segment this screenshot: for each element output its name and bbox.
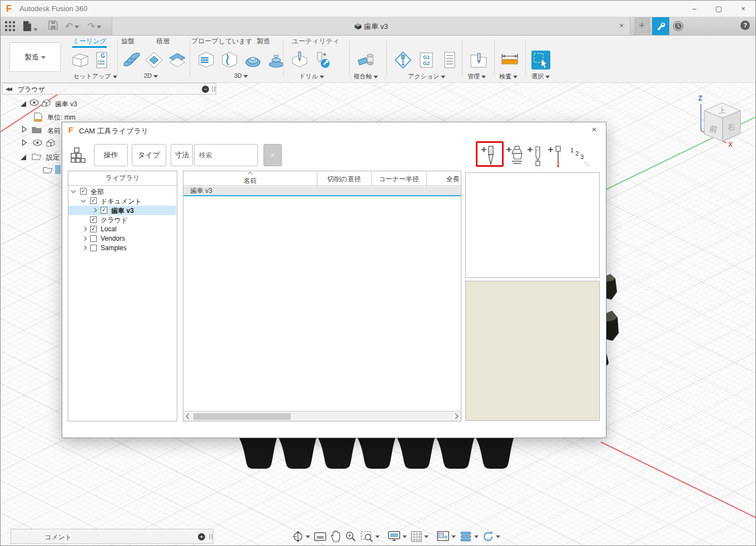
file-menu-button[interactable] (23, 21, 38, 33)
chevron-right-icon[interactable] (92, 208, 97, 212)
group-label-actions[interactable]: アクション (408, 72, 445, 81)
look-at-button[interactable] (314, 531, 327, 542)
job-status-button[interactable] (652, 17, 669, 35)
tree-item-documents[interactable]: ✓ ドキュメント (68, 196, 176, 206)
chevron-down-icon[interactable] (81, 198, 86, 202)
browser-item-named-views[interactable]: 名前 (1, 125, 61, 136)
browser-item-label[interactable]: 単位: mm (47, 113, 76, 122)
post-process-icon[interactable] (393, 50, 413, 70)
clear-search-button[interactable]: × (263, 144, 282, 166)
measure-icon[interactable] (500, 50, 520, 70)
select-icon[interactable] (531, 50, 551, 70)
view-mode-button[interactable] (70, 147, 87, 163)
2d-adaptive-icon[interactable] (122, 50, 142, 70)
group-label-inspect[interactable]: 検査 (499, 72, 518, 81)
column-header-diameter[interactable]: 切削の直径 (317, 175, 371, 184)
checkbox-unchecked[interactable] (90, 245, 97, 251)
2d-contour-icon[interactable] (167, 50, 187, 70)
tree-item-all[interactable]: ✓ 全部 (68, 187, 176, 196)
minimize-button[interactable]: – (682, 1, 707, 17)
collapsed-triangle-icon[interactable] (22, 126, 27, 133)
library-panel-header[interactable]: ライブラリ (68, 171, 177, 186)
tree-item-local[interactable]: ✓ Local (68, 225, 176, 234)
dialog-close-button[interactable]: × (588, 125, 600, 136)
browser-item-settings[interactable]: 設定 (1, 151, 61, 162)
expanded-triangle-icon[interactable] (21, 101, 26, 107)
history-clock-button[interactable] (672, 20, 684, 34)
checkbox-unchecked[interactable] (90, 235, 97, 242)
visual-style-button[interactable] (459, 530, 479, 543)
group-label-setup[interactable]: セットアップ (73, 72, 117, 81)
renumber-tools-button[interactable]: 1 2 3 … (568, 145, 593, 168)
browser-display-toggle-icon[interactable]: − (202, 86, 209, 93)
pan-button[interactable] (330, 530, 341, 543)
new-tab-button[interactable]: + (634, 17, 650, 35)
collapse-browser-icon[interactable]: ◀◀ (6, 86, 11, 92)
new-probe-button[interactable] (547, 145, 567, 168)
checkbox-checked[interactable]: ✓ (90, 197, 97, 204)
viewports-button[interactable] (436, 530, 456, 543)
group-label-2d[interactable]: 2D (144, 72, 158, 79)
create-tool-icon[interactable] (312, 50, 332, 70)
drill-icon[interactable] (290, 50, 310, 70)
tab-milling[interactable]: ミーリング (72, 36, 107, 48)
browser-item-units[interactable]: 単位: mm (1, 111, 112, 122)
browser-resize-handle[interactable] (212, 86, 215, 92)
multiaxis-icon[interactable] (356, 50, 376, 70)
orbit-button[interactable] (292, 530, 310, 543)
tree-item-samples[interactable]: Samples (68, 244, 176, 253)
column-header-name[interactable]: 名前 (183, 176, 317, 186)
new-turning-tool-button[interactable] (526, 145, 546, 168)
horizontal-scrollbar[interactable] (183, 411, 461, 421)
undo-button[interactable]: ↶ (65, 21, 79, 32)
maximize-button[interactable]: ▢ (707, 1, 731, 17)
chevron-down-icon[interactable] (71, 188, 76, 193)
chevron-right-icon[interactable] (82, 227, 87, 231)
zoom-window-button[interactable] (360, 530, 380, 543)
setup-sheet-icon[interactable] (440, 50, 460, 70)
new-setup-icon[interactable] (71, 50, 91, 70)
document-tab[interactable]: 歯車 v3 × (112, 17, 630, 35)
tab-fabrication[interactable]: 製造 (257, 36, 270, 48)
new-holder-button[interactable] (505, 145, 525, 168)
eye-icon[interactable] (29, 99, 39, 106)
tool-library-icon[interactable] (469, 50, 489, 70)
checkbox-checked[interactable]: ✓ (101, 207, 107, 214)
viewcube[interactable]: Z X 上 前 右 (689, 87, 753, 152)
browser-item-setup[interactable] (1, 165, 61, 176)
browser-item-label[interactable]: 名前 (47, 126, 61, 136)
scroll-left-icon[interactable] (186, 414, 192, 419)
browser-item-label[interactable]: 歯車 v3 (55, 100, 77, 109)
column-header-length[interactable]: 全長 (426, 175, 460, 184)
scroll-right-icon[interactable] (453, 414, 459, 419)
turntable-button[interactable] (482, 530, 500, 543)
help-button[interactable]: ? (740, 21, 750, 30)
group-label-drill[interactable]: ドリル (299, 72, 324, 81)
tab-probing[interactable]: プローブしています (191, 36, 252, 48)
add-comment-icon[interactable]: + (198, 533, 205, 540)
comment-resize-handle[interactable] (210, 534, 212, 539)
tab-turning[interactable]: 旋盤 (121, 36, 135, 48)
dialog-titlebar[interactable]: F CAM 工具ライブラリ × (62, 122, 606, 138)
viewport-canvas[interactable]: ◀◀ ブラウザ − 歯車 v3 単位: mm 名前 (1, 83, 755, 545)
gear-model-bottom[interactable] (240, 436, 518, 474)
checkbox-checked[interactable]: ✓ (90, 226, 97, 232)
scrollbar-thumb[interactable] (193, 413, 291, 420)
tree-item-cloud[interactable]: ✓ クラウド (68, 215, 176, 225)
app-grid-menu-icon[interactable] (5, 21, 15, 33)
comment-bar[interactable]: コメント + (11, 529, 213, 544)
3d-adaptive-icon[interactable] (196, 50, 216, 70)
checkbox-checked[interactable]: ✓ (90, 216, 97, 223)
group-label-select[interactable]: 選択 (531, 72, 550, 81)
filter-dimension-button[interactable]: 寸法 (171, 144, 193, 166)
browser-item-root[interactable]: 歯車 v3 (1, 98, 112, 109)
chevron-right-icon[interactable] (82, 246, 87, 250)
workspace-switcher-button[interactable]: 製造 (9, 42, 61, 72)
group-label-multiaxis[interactable]: 複合軸 (354, 72, 378, 81)
collapsed-triangle-icon[interactable] (22, 139, 27, 146)
3d-pocket-icon[interactable] (220, 50, 240, 70)
group-label-3d[interactable]: 3D (234, 72, 248, 79)
tab-utilities[interactable]: ユーティリティ (292, 36, 340, 48)
chevron-right-icon[interactable] (82, 236, 87, 241)
eye-icon[interactable] (33, 139, 42, 146)
